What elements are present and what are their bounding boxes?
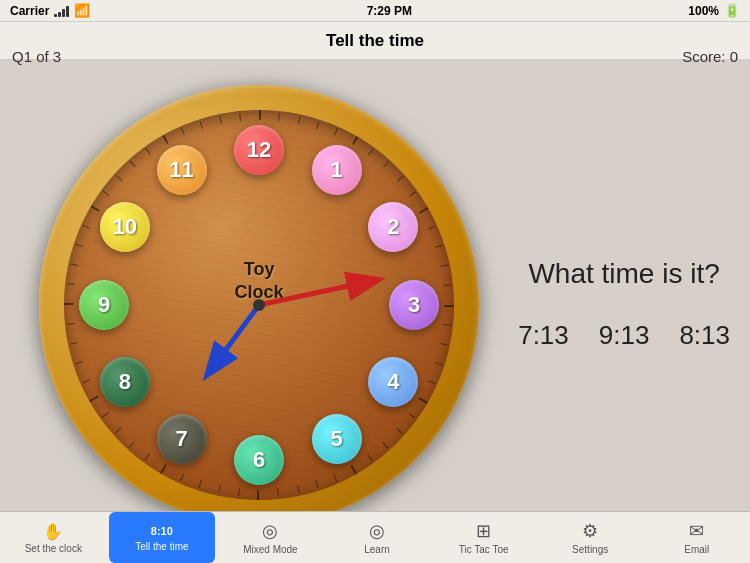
tab-icon-3: ◎ <box>369 520 385 542</box>
main-content: Toy Clock 123456789101112 What time is i… <box>0 98 750 511</box>
tab-settings[interactable]: ⚙Settings <box>537 512 644 563</box>
tab-icon-1: 8:10 <box>147 523 177 539</box>
tab-label-6: Email <box>684 544 709 555</box>
tab-label-3: Learn <box>364 544 390 555</box>
clock-outer: Toy Clock 123456789101112 <box>39 85 479 525</box>
tab-set-the-clock[interactable]: ✋Set the clock <box>0 512 107 563</box>
carrier-label: Carrier <box>10 4 49 18</box>
tab-label-1: Tell the time <box>135 541 188 552</box>
battery-label: 100% <box>688 4 719 18</box>
answer-option-2[interactable]: 8:13 <box>679 320 730 351</box>
signal-icon <box>54 5 69 17</box>
tab-mixed-mode[interactable]: ◎Mixed Mode <box>217 512 324 563</box>
tab-label-2: Mixed Mode <box>243 544 297 555</box>
tab-tell-the-time[interactable]: 8:10Tell the time <box>109 512 216 563</box>
svg-line-0 <box>259 280 376 305</box>
tab-bar: ✋Set the clock8:10Tell the time◎Mixed Mo… <box>0 511 750 563</box>
question-text: What time is it? <box>528 258 719 290</box>
tab-email[interactable]: ✉Email <box>643 512 750 563</box>
center-dot <box>253 299 265 311</box>
clock-face[interactable]: Toy Clock 123456789101112 <box>64 110 454 500</box>
nav-title: Tell the time <box>326 31 424 51</box>
answer-option-1[interactable]: 9:13 <box>599 320 650 351</box>
tab-icon-0: ✋ <box>43 522 63 541</box>
status-left: Carrier 📶 <box>10 3 90 18</box>
status-bar: Carrier 📶 7:29 PM 100% 🔋 <box>0 0 750 22</box>
tab-learn[interactable]: ◎Learn <box>324 512 431 563</box>
question-label: Q1 of 3 <box>12 38 61 76</box>
tab-label-5: Settings <box>572 544 608 555</box>
battery-icon: 🔋 <box>724 3 740 18</box>
question-panel: What time is it? 7:139:138:13 <box>498 238 750 371</box>
tab-icon-4: ⊞ <box>476 520 491 542</box>
answer-option-0[interactable]: 7:13 <box>518 320 569 351</box>
wifi-icon: 📶 <box>74 3 90 18</box>
tab-icon-2: ◎ <box>262 520 278 542</box>
nav-bar: Tell the time <box>0 22 750 60</box>
clock-container: Toy Clock 123456789101112 <box>20 80 498 530</box>
score-label: Score: 0 <box>682 38 738 76</box>
tab-tic-tac-toe[interactable]: ⊞Tic Tac Toe <box>430 512 537 563</box>
tab-label-0: Set the clock <box>25 543 82 554</box>
status-right: 100% 🔋 <box>688 3 740 18</box>
tab-icon-6: ✉ <box>689 520 704 542</box>
svg-line-1 <box>209 305 260 373</box>
tab-icon-5: ⚙ <box>582 520 598 542</box>
answer-options: 7:139:138:13 <box>518 320 730 351</box>
status-time: 7:29 PM <box>367 4 412 18</box>
tab-label-4: Tic Tac Toe <box>459 544 509 555</box>
